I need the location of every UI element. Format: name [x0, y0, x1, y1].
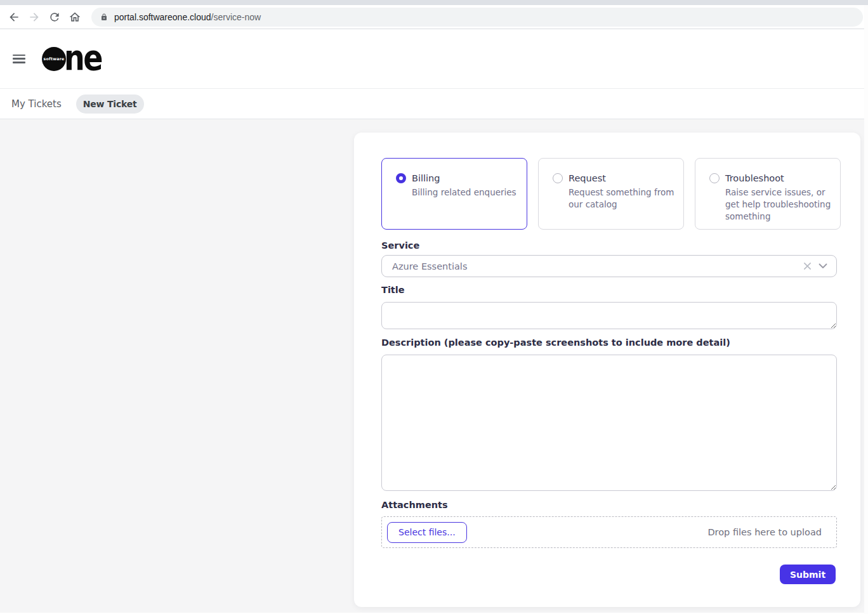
back-button[interactable]	[6, 10, 22, 25]
category-description: Billing related enqueries	[412, 186, 527, 199]
logo-circle: software	[42, 47, 66, 71]
attachments-dropzone[interactable]: Select files... Drop files here to uploa…	[381, 516, 837, 548]
lock-icon	[100, 13, 108, 22]
page-scrollbar[interactable]	[864, 5, 868, 614]
service-select[interactable]: Azure Essentials	[381, 255, 837, 277]
tab-my-tickets[interactable]: My Tickets	[11, 98, 62, 110]
address-bar[interactable]: portal.softwareone.cloud/service-now	[91, 8, 863, 27]
nav-tabs: My Tickets New Ticket	[0, 88, 868, 119]
clear-icon[interactable]	[803, 262, 812, 270]
menu-icon[interactable]	[13, 55, 25, 63]
category-description: Raise service issues, or get help troubl…	[725, 186, 835, 223]
category-options: Billing Billing related enqueries Reques…	[381, 158, 837, 230]
submit-button[interactable]: Submit	[780, 565, 836, 584]
title-label: Title	[381, 284, 837, 297]
title-input[interactable]	[381, 302, 837, 329]
url-path: /service-now	[211, 12, 261, 22]
url-text: portal.softwareone.cloud/service-now	[114, 12, 261, 22]
category-description: Request something from our catalog	[569, 186, 679, 211]
category-title: Billing	[412, 173, 527, 184]
new-ticket-form: Billing Billing related enqueries Reques…	[354, 133, 860, 607]
softwareone-logo[interactable]: software ne	[42, 47, 102, 71]
service-label: Service	[381, 239, 837, 252]
description-label: Description (please copy-paste screensho…	[381, 336, 837, 349]
home-button[interactable]	[67, 10, 82, 25]
service-selected-value: Azure Essentials	[392, 261, 467, 271]
category-troubleshoot[interactable]: Troubleshoot Raise service issues, or ge…	[695, 158, 841, 230]
select-files-button[interactable]: Select files...	[387, 522, 467, 543]
category-billing[interactable]: Billing Billing related enqueries	[381, 158, 527, 230]
forward-button[interactable]	[27, 10, 42, 25]
reload-button[interactable]	[47, 10, 62, 25]
radio-troubleshoot-unchecked[interactable]	[709, 173, 720, 183]
description-input[interactable]	[381, 355, 837, 491]
app-header: software ne	[0, 29, 868, 88]
category-title: Troubleshoot	[725, 173, 835, 184]
drop-files-hint: Drop files here to upload	[707, 527, 822, 537]
browser-toolbar: portal.softwareone.cloud/service-now	[0, 5, 868, 29]
tab-new-ticket[interactable]: New Ticket	[76, 95, 144, 114]
chevron-down-icon[interactable]	[819, 263, 827, 269]
radio-billing-checked[interactable]	[396, 173, 406, 183]
category-title: Request	[569, 173, 679, 184]
page-content: Billing Billing related enqueries Reques…	[0, 119, 868, 613]
url-host: portal.softwareone.cloud	[114, 12, 211, 22]
attachments-label: Attachments	[381, 499, 837, 512]
logo-text: ne	[64, 43, 102, 72]
radio-request-unchecked[interactable]	[553, 173, 563, 183]
submit-row: Submit	[381, 565, 837, 584]
category-request[interactable]: Request Request something from our catal…	[538, 158, 684, 230]
browser-window-top	[0, 0, 868, 5]
